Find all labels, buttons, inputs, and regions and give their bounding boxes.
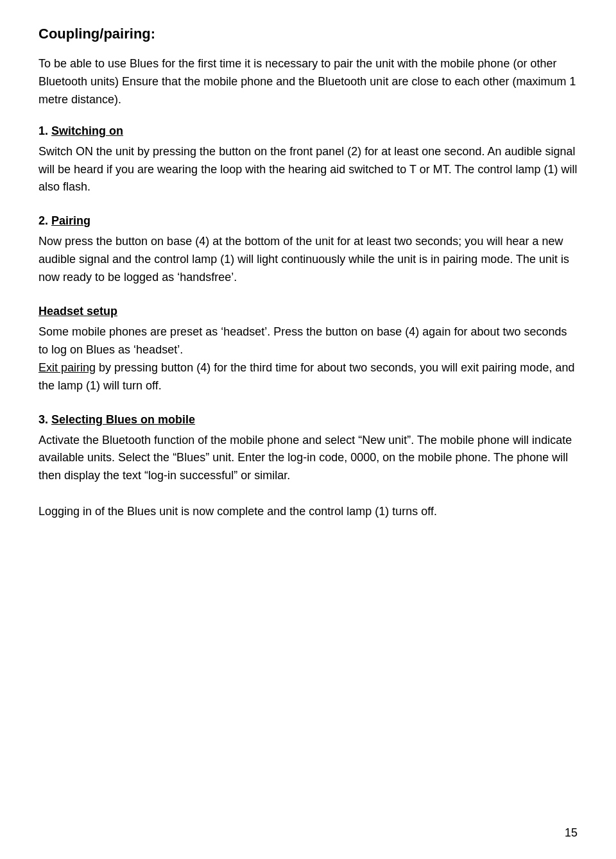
section-3: 3. Selecting Blues on mobile Activate th… bbox=[38, 413, 578, 486]
page-number: 15 bbox=[565, 826, 578, 840]
section-1-title: 1. Switching on bbox=[38, 124, 578, 138]
exit-pairing-body: by pressing button (4) for the third tim… bbox=[38, 361, 574, 392]
exit-pairing-line: Exit pairing by pressing button (4) for … bbox=[38, 359, 578, 395]
section-1-number: 1. bbox=[38, 124, 48, 137]
section-3-body: Activate the Bluetooth function of the m… bbox=[38, 432, 578, 486]
section-1: 1. Switching on Switch ON the unit by pr… bbox=[38, 124, 578, 197]
headset-setup-title: Headset setup bbox=[38, 305, 578, 318]
section-3-title-text: Selecting Blues on mobile bbox=[51, 413, 195, 426]
section-2-body: Now press the button on base (4) at the … bbox=[38, 233, 578, 287]
headset-setup-section: Headset setup Some mobile phones are pre… bbox=[38, 305, 578, 395]
section-2-title-text: Pairing bbox=[51, 214, 90, 227]
section-3-number: 3. bbox=[38, 413, 48, 426]
section-2: 2. Pairing Now press the button on base … bbox=[38, 214, 578, 287]
section-2-title: 2. Pairing bbox=[38, 214, 578, 228]
page-heading: Coupling/pairing: bbox=[38, 26, 578, 42]
headset-setup-body: Some mobile phones are preset as ‘headse… bbox=[38, 323, 578, 359]
closing-text: Logging in of the Blues unit is now comp… bbox=[38, 503, 578, 521]
page: Coupling/pairing: To be able to use Blue… bbox=[0, 0, 616, 859]
section-2-number: 2. bbox=[38, 214, 48, 227]
section-1-title-text: Switching on bbox=[51, 124, 123, 137]
exit-pairing-label: Exit pairing bbox=[38, 361, 96, 374]
section-1-body: Switch ON the unit by pressing the butto… bbox=[38, 143, 578, 197]
section-3-title: 3. Selecting Blues on mobile bbox=[38, 413, 578, 427]
headset-body-part1: Some mobile phones are preset as ‘headse… bbox=[38, 325, 567, 356]
intro-paragraph: To be able to use Blues for the first ti… bbox=[38, 55, 578, 109]
